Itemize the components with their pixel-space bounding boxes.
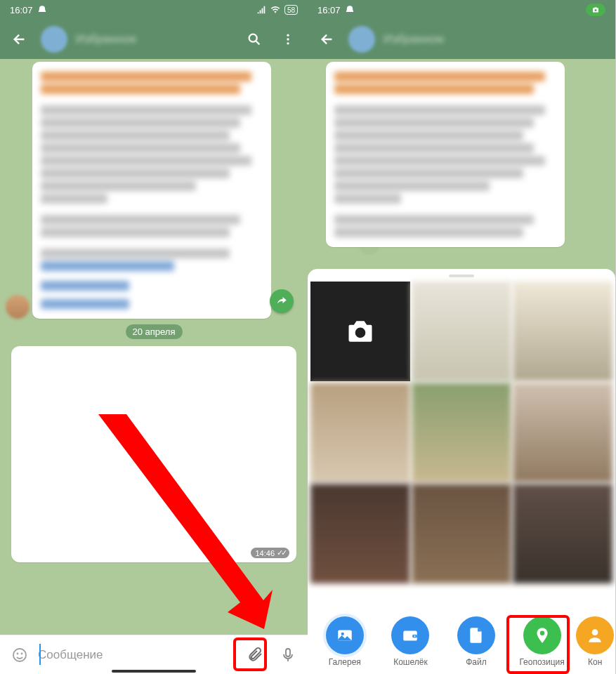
- text-cursor: [39, 644, 41, 665]
- more-options-button[interactable]: [275, 27, 301, 52]
- chat-title[interactable]: Избранное: [76, 32, 233, 46]
- notification-icon: [37, 5, 47, 15]
- svg-point-4: [13, 649, 26, 661]
- back-button[interactable]: [315, 27, 340, 52]
- chat-header: Избранное: [0, 20, 308, 59]
- message-timestamp: 14:46 ✓✓: [251, 548, 289, 558]
- contact-icon: [576, 616, 614, 654]
- status-time: 16:07: [317, 5, 341, 15]
- attach-file[interactable]: Файл: [446, 616, 506, 667]
- message-group: [6, 62, 302, 319]
- date-chip: 20 апреля: [126, 324, 183, 339]
- message-bubble[interactable]: [32, 62, 271, 319]
- camera-tile[interactable]: [310, 282, 410, 381]
- attach-label: Кошелёк: [393, 657, 428, 667]
- svg-point-1: [287, 34, 289, 37]
- back-button[interactable]: [7, 27, 32, 52]
- svg-point-0: [249, 34, 257, 42]
- wallet-icon: [391, 616, 429, 654]
- attach-label: Кон: [588, 657, 602, 667]
- gallery-icon: [326, 616, 364, 654]
- camera-indicator-icon: [586, 4, 605, 16]
- voice-button[interactable]: [274, 641, 302, 669]
- chat-avatar[interactable]: [348, 26, 375, 53]
- svg-point-17: [539, 631, 544, 636]
- message-input[interactable]: [38, 648, 237, 662]
- emoji-button[interactable]: [6, 641, 34, 669]
- svg-point-11: [355, 328, 366, 338]
- photo-tile[interactable]: [513, 282, 612, 381]
- photo-tile[interactable]: [310, 484, 410, 583]
- media-message[interactable]: 14:46 ✓✓: [11, 346, 296, 562]
- sheet-drag-handle[interactable]: [449, 275, 474, 277]
- phone-screenshot-left: 16:07 58 Избранное: [0, 0, 308, 674]
- svg-point-18: [592, 629, 598, 635]
- share-button[interactable]: [270, 289, 294, 313]
- wifi-icon: [270, 5, 280, 15]
- svg-rect-7: [286, 649, 290, 656]
- svg-point-2: [287, 38, 289, 40]
- photo-tile[interactable]: [513, 484, 612, 583]
- attachment-type-row: Галерея Кошелёк Файл Геопозиция: [308, 614, 615, 667]
- attach-wallet[interactable]: Кошелёк: [380, 616, 440, 667]
- nav-gesture-bar: [112, 670, 196, 673]
- attach-location[interactable]: Геопозиция: [512, 616, 572, 667]
- status-time: 16:07: [10, 5, 33, 15]
- attach-button[interactable]: [242, 641, 270, 669]
- photo-tile[interactable]: [412, 383, 511, 482]
- file-icon: [457, 616, 495, 654]
- location-icon: [523, 616, 561, 654]
- photo-tile[interactable]: [310, 383, 410, 482]
- battery-indicator: 58: [284, 5, 298, 15]
- svg-point-16: [414, 635, 416, 637]
- photo-tile[interactable]: [412, 484, 511, 583]
- sender-avatar[interactable]: [6, 295, 30, 319]
- chat-header: Избранное: [308, 20, 615, 59]
- photo-tile[interactable]: [513, 383, 612, 482]
- chat-avatar[interactable]: [41, 26, 67, 53]
- search-button[interactable]: [242, 27, 267, 52]
- notification-icon: [345, 5, 355, 15]
- attach-label: Файл: [466, 657, 487, 667]
- attach-contact[interactable]: Кон: [577, 616, 612, 667]
- svg-point-5: [18, 653, 18, 654]
- svg-point-6: [22, 653, 22, 654]
- message-group: [313, 62, 610, 247]
- signal-icon: [256, 5, 266, 15]
- photo-gallery-grid: [308, 282, 615, 583]
- photo-tile[interactable]: [412, 282, 511, 381]
- chat-messages-area[interactable]: 20 апреля 14:46 ✓✓: [0, 59, 308, 635]
- attachment-sheet: Галерея Кошелёк Файл Геопозиция: [308, 269, 615, 674]
- chat-title[interactable]: Избранное: [384, 32, 608, 46]
- status-bar: 16:07 58: [0, 0, 308, 20]
- message-bubble[interactable]: [326, 62, 565, 247]
- svg-point-13: [341, 633, 343, 635]
- message-input-bar: [0, 635, 308, 674]
- attach-label: Галерея: [329, 657, 361, 667]
- svg-point-3: [287, 42, 289, 44]
- attach-label: Геопозиция: [519, 657, 564, 667]
- status-bar: 16:07: [308, 0, 615, 20]
- attach-gallery[interactable]: Галерея: [315, 616, 375, 667]
- svg-point-10: [595, 9, 597, 11]
- phone-screenshot-right: 16:07 Избранное: [308, 0, 615, 674]
- read-checks-icon: ✓✓: [277, 548, 285, 557]
